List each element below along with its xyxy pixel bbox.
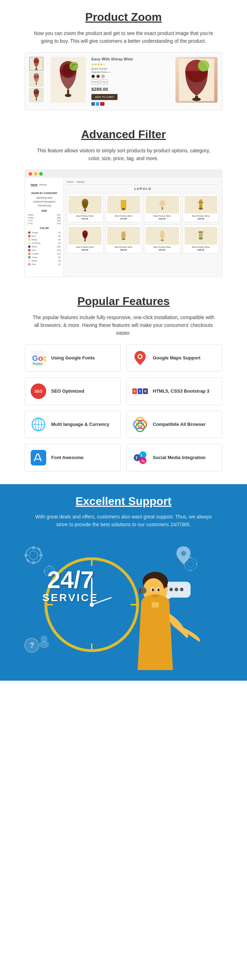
product-name-3: Best Product Wine (146, 215, 179, 217)
browser-icon (132, 417, 148, 432)
filter-nav-winery[interactable]: Winery (39, 183, 47, 186)
filter-product-card[interactable]: Best Product Wine $26.00 (183, 224, 220, 253)
features-row-1: Goog Fonts Using Google Fonts Google Ma (25, 344, 222, 372)
add-to-cart-button[interactable]: ADD TO CART (91, 94, 117, 100)
seo-label: SEO Optimized (51, 388, 84, 395)
font-awesome-label: Font Awesome (51, 455, 84, 461)
thumbnail-2[interactable] (29, 72, 43, 87)
filter-size-250[interactable]: 250ml(37) (28, 213, 61, 216)
filter-product-card[interactable]: Best Product Wine $24.00 (144, 224, 180, 253)
svg-point-36 (199, 238, 203, 240)
filter-cat-sparkling[interactable]: Sparkling wine (28, 196, 61, 200)
filter-size-title: SIZE (28, 210, 61, 212)
product-name-7: Best Product Wine (146, 246, 179, 248)
product-name-4: Best Product Wine (185, 215, 218, 217)
share-facebook[interactable]: f (91, 102, 95, 106)
product-price-4: $18.00 (185, 218, 218, 220)
browser-close-btn[interactable] (28, 172, 32, 176)
filter-product-card[interactable]: Best Product Wine $16.00 (144, 193, 180, 222)
feature-social: f t in Social Media Integration (126, 444, 222, 471)
filter-store-header: LUPULO (67, 187, 219, 191)
product-name: Easy With Shiraz Wine (91, 57, 170, 61)
svg-point-93 (175, 588, 178, 591)
svg-rect-50 (31, 450, 46, 465)
filter-size-2l[interactable]: 2.0 lt(25) (28, 222, 61, 225)
product-zoom-title: Product Zoom (14, 11, 233, 24)
filter-product-card[interactable]: Best Product Wine $18.00 (183, 193, 220, 222)
product-name-2: Best Product Wine (107, 215, 141, 217)
filter-product-card[interactable]: Best Product Wine $12.00 (67, 193, 103, 222)
svg-rect-71 (24, 554, 28, 556)
social-label: Social Media Integration (153, 455, 206, 461)
browser-label: Compatibile All Browser (153, 421, 206, 428)
share-pinterest[interactable]: P (100, 102, 104, 106)
filter-color-black[interactable]: Black(39) (28, 245, 61, 248)
features-row-4: Font Awesome f t in Social Media Integra… (25, 444, 222, 471)
filter-nav-home[interactable]: Home (31, 183, 37, 186)
filter-color-offwhite[interactable]: Off White(3) (28, 241, 61, 245)
filter-product-card[interactable]: Best Product Wine $14.00 (106, 193, 142, 222)
google-maps-icon (132, 350, 148, 366)
svg-rect-83 (190, 569, 192, 571)
filter-color-beige[interactable]: Beige(8) (28, 238, 61, 241)
popular-features-description: The popular features include fully respo… (32, 313, 215, 337)
product-img-8 (185, 227, 218, 245)
svg-rect-25 (162, 207, 163, 210)
svg-rect-100 (139, 588, 141, 594)
support-description: With great deals and offers, customers a… (32, 513, 215, 529)
filter-mockup: Home Winery SHOW BY CATEGORY Sparkling w… (25, 170, 222, 277)
filter-category-title: SHOW BY CATEGORY (28, 192, 61, 194)
thumbnail-1[interactable] (29, 57, 43, 71)
share-twitter[interactable]: t (96, 102, 100, 106)
filter-size-750[interactable]: 750ml(98) (28, 216, 61, 219)
popular-features-section: Popular Features The popular features in… (0, 284, 247, 484)
support-illustration: ? (14, 536, 233, 670)
filter-product-card[interactable]: Best Product Wine $20.00 (67, 224, 103, 253)
filter-color-rouge[interactable]: Rouge(2) (28, 231, 61, 234)
filter-color-pink[interactable]: Pink(18) (28, 248, 61, 252)
svg-text:in: in (141, 459, 145, 463)
svg-rect-68 (32, 546, 35, 550)
feature-font-awesome: Font Awesome (25, 444, 121, 471)
svg-rect-70 (39, 554, 43, 556)
feature-browser: Compatibile All Browser (126, 410, 222, 438)
svg-point-104 (152, 589, 154, 591)
svg-point-32 (122, 238, 126, 240)
filter-cat-cabernet[interactable]: Cabernet Sauvignon (28, 200, 61, 204)
svg-rect-31 (121, 231, 126, 239)
product-img-7 (146, 227, 179, 245)
filter-color-red[interactable]: Red(5) (28, 234, 61, 238)
svg-point-41 (139, 355, 141, 358)
svg-rect-30 (84, 239, 86, 241)
product-price-7: $24.00 (146, 249, 179, 251)
product-img-3 (146, 196, 179, 213)
svg-rect-6 (36, 98, 37, 100)
svg-point-33 (160, 239, 164, 241)
product-name-5: Best Product Wine (68, 246, 101, 248)
advanced-filter-section: Advanced Filter This feature allows visi… (0, 117, 247, 284)
svg-text:?: ? (30, 641, 34, 649)
seo-icon: SEO (31, 383, 46, 399)
svg-point-67 (29, 551, 38, 560)
filter-size-1l[interactable]: 1.0 lt(45) (28, 219, 61, 222)
filter-color-green[interactable]: Green(8) (28, 256, 61, 259)
svg-point-22 (121, 208, 126, 210)
product-zoom-description: Now you can zoom the product and get to … (32, 29, 215, 45)
zoom-product-info: Easy With Shiraz Wine ★★★★☆ Brand: Ronde… (91, 57, 170, 106)
filter-color-pink2[interactable]: Pink(1) (28, 262, 61, 266)
filter-color-white[interactable]: White(5) (28, 259, 61, 262)
html5-label: HTML5, CSS3 Bootstrap 3 (153, 388, 209, 395)
product-price-8: $26.00 (185, 249, 218, 251)
browser-maximize-btn[interactable] (39, 172, 43, 176)
svg-text:Goog: Goog (32, 354, 46, 363)
browser-minimize-btn[interactable] (34, 172, 37, 176)
feature-google-fonts: Goog Fonts Using Google Fonts (25, 344, 121, 372)
product-img-2 (107, 196, 141, 213)
filter-sidebar: Home Winery SHOW BY CATEGORY Sparkling w… (25, 178, 64, 277)
filter-product-card[interactable]: Best Product Wine $22.00 (106, 224, 142, 253)
filter-cat-chardonnay[interactable]: Chardonnay (28, 204, 61, 207)
svg-rect-69 (32, 561, 35, 565)
thumbnail-3[interactable] (29, 88, 43, 102)
features-row-3: Multi language & Currency Compatibile Al… (25, 410, 222, 438)
filter-color-orange[interactable]: Orange(12) (28, 252, 61, 256)
